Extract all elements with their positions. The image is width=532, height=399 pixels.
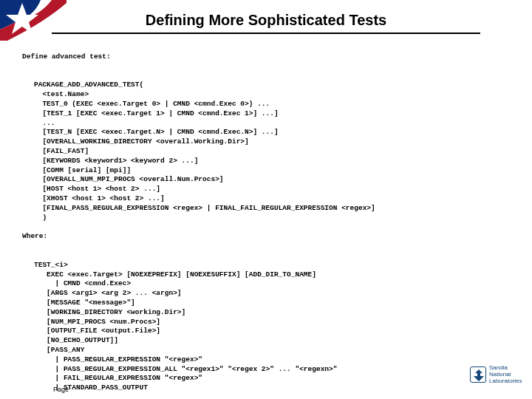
- code-line: [PASS_ANY: [34, 346, 84, 354]
- code-line: | STANDARD_PASS_OUTPUT: [34, 383, 148, 392]
- code-line: <test.Name>: [34, 90, 89, 98]
- where-label: Where:: [22, 232, 47, 240]
- code-line: [FAIL_FAST]: [34, 147, 89, 155]
- footer-text-3: Laboratories: [489, 378, 522, 385]
- code-line: [XHOST <host 1> <host 2> ...]: [34, 194, 165, 202]
- code-line: TEST_<i>: [34, 261, 68, 269]
- page-number-label: Page: [53, 386, 69, 393]
- title-rule: [52, 33, 480, 34]
- code-line: EXEC <exec.Target> [NOEXEPREFIX] [NOEXES…: [34, 270, 316, 279]
- code-line: PACKAGE_ADD_ADVANCED_TEST(: [34, 81, 143, 89]
- code-line: | FAIL_REGULAR_EXPRESSION "<regex>": [34, 374, 202, 382]
- page-title: Defining More Sophisticated Tests: [0, 12, 532, 29]
- syntax-block-1: PACKAGE_ADD_ADVANCED_TEST( <test.Name> T…: [34, 71, 510, 222]
- code-line: [OVERALL_NUM_MPI_PROCS <overall.Num.Proc…: [34, 175, 224, 183]
- code-line: [ARGS <arg1> <arg 2> ... <argn>]: [34, 289, 182, 297]
- code-line: [OUTPUT_FILE <output.File>]: [34, 327, 160, 335]
- code-line: [FINAL_PASS_REGULAR_EXPRESSION <regex> |…: [34, 204, 375, 212]
- code-line: ...: [34, 119, 55, 127]
- sandia-logo: Sandia National Laboratories: [470, 362, 522, 392]
- code-line: ): [34, 214, 47, 222]
- code-line: [OVERALL_WORKING_DIRECTORY <overall.Work…: [34, 137, 249, 146]
- code-line: TEST_0 (EXEC <exec.Target 0> | CMND <cmn…: [34, 100, 270, 108]
- code-line: [COMM [serial] [mpi]]: [34, 166, 131, 174]
- thunderbird-icon: [470, 366, 486, 383]
- content-area: Define advanced test: PACKAGE_ADD_ADVANC…: [22, 43, 510, 393]
- code-line: [HOST <host 1> <host 2> ...]: [34, 185, 160, 193]
- code-line: | CMND <cmnd.Exec>: [34, 279, 131, 287]
- code-line: | PASS_REGULAR_EXPRESSION "<regex>": [34, 355, 202, 364]
- code-line: [NUM_MPI_PROCS <num.Procs>]: [34, 318, 160, 326]
- code-line: | PASS_REGULAR_EXPRESSION_ALL "<regex1>"…: [34, 365, 337, 373]
- code-line: [KEYWORDS <keyword1> <keyword 2> ...]: [34, 157, 198, 165]
- intro-label: Define advanced test:: [22, 52, 111, 61]
- code-line: [TEST_1 [EXEC <exec.Target 1> | CMND <cm…: [34, 109, 279, 117]
- code-line: [NO_ECHO_OUTPUT]]: [34, 336, 118, 344]
- code-line: [MESSAGE "<message>"]: [34, 299, 135, 307]
- code-line: [TEST_N [EXEC <exec.Target.N> | CMND <cm…: [34, 128, 279, 136]
- code-line: [WORKING_DIRECTORY <working.Dir>]: [34, 308, 185, 316]
- syntax-block-2: TEST_<i> EXEC <exec.Target> [NOEXEPREFIX…: [34, 251, 510, 393]
